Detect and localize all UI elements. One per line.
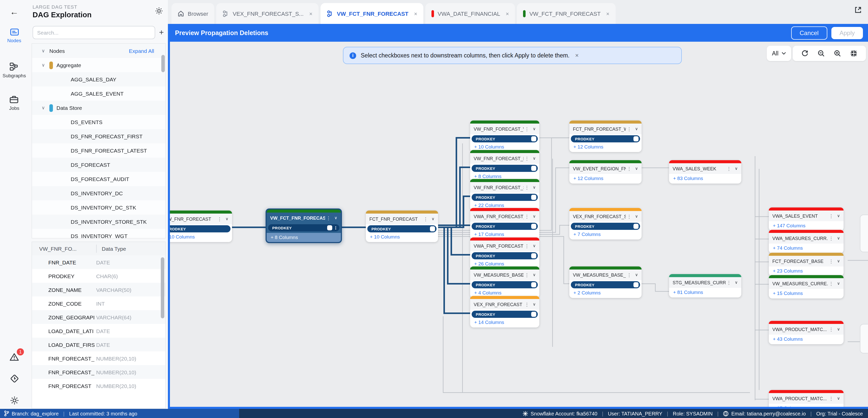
git-status-section[interactable]: Branch: dag_explore | Last committed: 3 … (0, 409, 239, 418)
graph-node-vex-fnr-forecast[interactable]: VEX_FNR_FORECAST⋮∨ PRODKEY + 14 Columns (470, 296, 539, 327)
add-node-button[interactable]: + (159, 29, 164, 37)
tree-item[interactable]: DS_FNR_FORECAST_FIRST (32, 129, 165, 143)
graph-node-vw-event-region-fnr[interactable]: VW_EVENT_REGION_FNR⋮∨ + 12 Columns (569, 160, 642, 184)
kebab-icon[interactable]: ⋮ (525, 126, 529, 131)
kebab-icon[interactable]: ⋮ (627, 126, 631, 131)
chevron-down-icon[interactable]: ∨ (837, 396, 840, 401)
git-diff-icon[interactable] (10, 374, 19, 383)
chevron-down-icon[interactable]: ∨ (837, 259, 840, 263)
tree-item[interactable]: AGG_SALES_EVENT (32, 87, 165, 101)
table-row[interactable]: FNR_FORECASTNUMBER(20,10) (32, 379, 165, 393)
problems-indicator[interactable]: 1 (10, 353, 19, 361)
kebab-icon[interactable]: ⋮ (627, 272, 631, 278)
graph-node-vwa-product-matc-2[interactable]: VWA_PRODUCT_MATC...⋮∨ + 67 Columns (769, 390, 844, 409)
columns-link[interactable]: + 12 Columns (569, 142, 642, 152)
rail-item-nodes[interactable]: Nodes (7, 29, 21, 43)
graph-node-fct-forecast-base[interactable]: FCT_FORECAST_BASE⋮∨ + 23 Columns (769, 253, 844, 276)
graph-node-vw-measures-base[interactable]: VW_MEASURES_BASE_...⋮∨ PRODKEY + 4 Colum… (470, 266, 539, 298)
rail-item-jobs[interactable]: Jobs (9, 96, 19, 111)
rail-item-subgraphs[interactable]: Subgraphs (3, 63, 26, 78)
columns-link[interactable]: + 7 Columns (569, 230, 642, 239)
chevron-down-icon[interactable]: ∨ (334, 216, 337, 220)
chevron-down-icon[interactable]: ∨ (533, 244, 536, 248)
columns-link[interactable]: + 14 Columns (470, 318, 539, 327)
chevron-down-icon[interactable]: ∨ (837, 327, 840, 331)
close-icon[interactable]: × (414, 10, 417, 17)
graph-node-vw-fnr-forecast-w[interactable]: VW_FNR_FORECAST_W...⋮∨ PRODKEY + 10 Colu… (470, 121, 539, 152)
filter-dropdown[interactable]: All (767, 46, 791, 61)
kebab-icon[interactable]: ⋮ (829, 259, 833, 264)
chevron-down-icon[interactable]: ∨ (837, 236, 840, 240)
zoom-in-icon[interactable] (829, 50, 846, 57)
prodkey-checkbox[interactable] (327, 225, 332, 230)
chevron-down-icon[interactable]: ∨ (533, 127, 536, 131)
refresh-icon[interactable] (797, 50, 813, 57)
chevron-down-icon[interactable]: ∨ (635, 272, 638, 277)
column-name-header[interactable]: VW_FNR_FO... (32, 246, 96, 252)
prodkey-checkbox[interactable] (430, 226, 435, 231)
kebab-icon[interactable]: ⋮ (726, 166, 731, 171)
chevron-down-icon[interactable]: ∨ (533, 302, 536, 307)
table-row[interactable]: PRODKEYCHAR(6) (32, 269, 165, 283)
kebab-icon[interactable]: ⋮ (829, 281, 833, 286)
prodkey-checkbox[interactable] (633, 136, 639, 141)
kebab-icon[interactable]: ⋮ (217, 216, 222, 221)
dag-canvas[interactable]: i Select checkboxes next to downstream c… (168, 42, 868, 409)
prodkey-checkbox[interactable] (531, 253, 536, 258)
chevron-down-icon[interactable]: ∨ (635, 166, 638, 171)
tree-group-datastore[interactable]: ∨ Data Store (32, 101, 165, 115)
tree-item[interactable]: DS_INVENTORY_WGT (32, 229, 165, 238)
table-scrollbar[interactable] (161, 257, 164, 318)
chevron-down-icon[interactable]: ∨ (837, 214, 840, 218)
columns-link[interactable]: + 74 Columns (769, 244, 844, 253)
graph-node-stg-measures-curr[interactable]: STG_MEASURES_CURR...⋮∨ + 81 Columns (669, 274, 741, 297)
tab-browser[interactable]: Browser (172, 3, 214, 24)
columns-link[interactable]: + 43 Columns (769, 334, 844, 344)
kebab-icon[interactable]: ⋮ (726, 280, 731, 285)
close-icon[interactable]: × (575, 52, 579, 59)
columns-link[interactable]: + 2 Columns (569, 288, 642, 298)
chevron-down-icon[interactable]: ∨ (837, 281, 840, 286)
prodkey-checkbox[interactable] (531, 224, 536, 229)
chevron-down-icon[interactable]: ∨ (225, 217, 228, 221)
fit-view-icon[interactable] (846, 50, 862, 57)
tab-vw-fct-fnr-forecast-2[interactable]: VW_FCT_FNR_FORECAST× (517, 3, 616, 24)
graph-node-fct-fnr-forecast[interactable]: FCT_FNR_FORECAST⋮∨ PRODKEY + 10 Columns (366, 211, 438, 242)
columns-link[interactable]: + 10 Columns (366, 232, 438, 242)
tab-vex-fnr-forecast-s[interactable]: VEX_FNR_FORECAST_S...× (216, 3, 319, 24)
kebab-icon[interactable]: ⋮ (627, 166, 631, 171)
kebab-icon[interactable]: ⋮ (525, 214, 529, 219)
graph-node-vwa-measures-curr[interactable]: VWA_MEASURES_CURR...⋮∨ + 74 Columns (769, 230, 844, 253)
kebab-icon[interactable]: ⋮ (334, 226, 338, 230)
kebab-icon[interactable]: ⋮ (627, 214, 631, 219)
chevron-down-icon[interactable]: ∨ (735, 166, 738, 171)
table-row[interactable]: LOAD_DATE_LATIDATE (32, 324, 165, 337)
chevron-down-icon[interactable]: ∨ (735, 280, 738, 285)
graph-node-vw-fct-fnr-forecast-selected[interactable]: VW_FCT_FNR_FORECAST⋮∨ PRODKEY⋮ + 8 Colum… (266, 208, 342, 243)
columns-link[interactable]: + 147 Columns (769, 221, 844, 231)
tree-item[interactable]: DS_INVENTORY_STORE_STK (32, 215, 165, 229)
table-row[interactable]: LOAD_DATE_FIRSDATE (32, 337, 165, 351)
graph-node-vw-fnr-forecast-r[interactable]: VW_FNR_FORECAST_R...⋮∨ PRODKEY + 8 Colum… (470, 150, 539, 182)
graph-node-vw-measures-base-2[interactable]: VW_MEASURES_BASE_...⋮∨ PRODKEY + 2 Colum… (569, 266, 642, 298)
prodkey-checkbox[interactable] (531, 166, 536, 171)
kebab-icon[interactable]: ⋮ (525, 185, 529, 190)
graph-node-vwa-sales-event[interactable]: VWA_SALES_EVENT⋮∨ + 147 Columns (769, 207, 844, 231)
prodkey-checkbox[interactable] (633, 224, 639, 229)
kebab-icon[interactable]: ⋮ (326, 215, 331, 220)
columns-link[interactable]: + 12 Columns (569, 174, 642, 184)
tree-scrollbar[interactable] (161, 55, 165, 72)
tree-item[interactable]: AGG_SALES_DAY (32, 72, 165, 87)
graph-node-fct-fnr-forecast-w[interactable]: FCT_FNR_FORECAST_W...⋮∨ PRODKEY + 12 Col… (569, 121, 642, 152)
back-button[interactable]: ← (10, 7, 19, 17)
columns-link[interactable]: + 83 Columns (669, 174, 741, 184)
chevron-down-icon[interactable]: ∨ (431, 217, 435, 221)
table-row[interactable]: FNR_FORECAST_NUMBER(20,10) (32, 351, 165, 365)
graph-node-vwa-sales-week[interactable]: VWA_SALES_WEEK⋮∨ + 83 Columns (669, 160, 741, 184)
graph-node-vw-fnr-forecast[interactable]: VW_FNR_FORECAST⋮∨ PRODKEY + 10 Columns (168, 211, 232, 242)
prodkey-checkbox[interactable] (633, 282, 639, 287)
expand-all-link[interactable]: Expand All (129, 48, 154, 54)
graph-node-vw-measures-curre[interactable]: VW_MEASURES_CURRE...⋮∨ + 15 Columns (769, 275, 844, 298)
graph-node-vwa-fnr-forecast[interactable]: VWA_FNR_FORECAST⋮∨ PRODKEY + 26 Columns (470, 237, 539, 269)
kebab-icon[interactable]: ⋮ (525, 156, 529, 161)
